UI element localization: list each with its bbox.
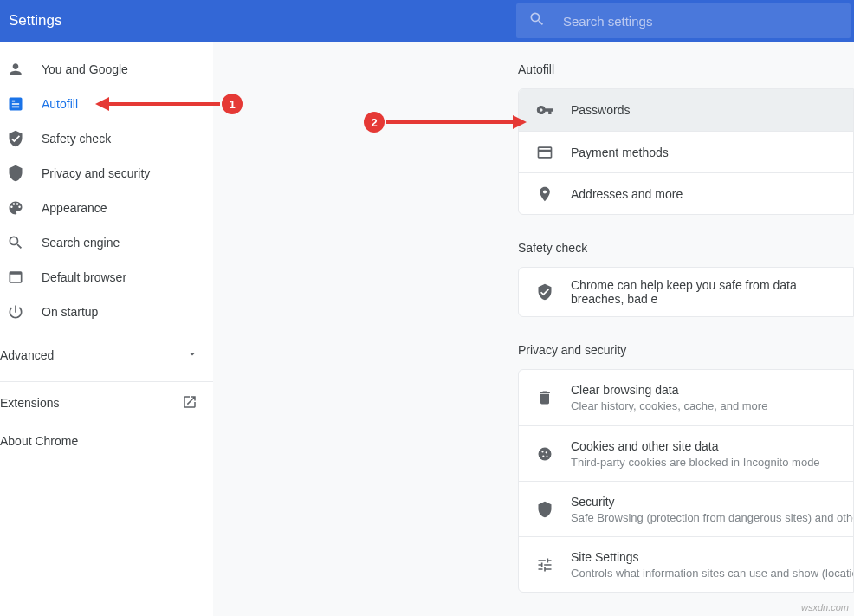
sidebar-item-appearance[interactable]: Appearance (0, 191, 213, 225)
privacy-row-cookies[interactable]: Cookies and other site data Third-party … (519, 425, 853, 481)
sidebar-item-label: Appearance (42, 201, 107, 215)
sidebar-item-you-and-google[interactable]: You and Google (0, 52, 213, 87)
extensions-label: Extensions (0, 396, 59, 410)
svg-point-3 (542, 455, 544, 457)
sidebar-item-autofill[interactable]: Autofill (0, 87, 213, 121)
search-icon (528, 10, 546, 31)
sidebar-item-label: Safety check (42, 132, 111, 146)
autofill-row-payment[interactable]: Payment methods (519, 131, 853, 172)
chevron-down-icon (187, 348, 197, 362)
section-heading-privacy: Privacy and security (518, 343, 854, 357)
row-label: Payment methods (571, 146, 669, 159)
privacy-row-security[interactable]: Security Safe Browsing (protection from … (519, 481, 853, 536)
svg-point-4 (547, 455, 548, 457)
location-icon (536, 185, 553, 203)
search-box[interactable] (516, 3, 851, 38)
watermark: wsxdn.com (801, 602, 849, 613)
sidebar-item-label: On startup (42, 305, 98, 319)
autofill-icon (7, 95, 24, 113)
open-external-icon (182, 394, 197, 412)
safety-row[interactable]: Chrome can help keep you safe from data … (519, 268, 853, 316)
sidebar-item-label: Search engine (42, 236, 120, 250)
sidebar-item-about[interactable]: About Chrome (0, 424, 213, 458)
section-heading-autofill: Autofill (518, 62, 854, 76)
sidebar-item-extensions[interactable]: Extensions (0, 386, 213, 420)
power-icon (7, 303, 24, 321)
person-icon (7, 61, 24, 78)
sidebar-item-default-browser[interactable]: Default browser (0, 260, 213, 295)
sidebar-item-privacy[interactable]: Privacy and security (0, 156, 213, 191)
sidebar-item-advanced[interactable]: Advanced (0, 338, 213, 373)
shield-check-icon (536, 283, 553, 301)
row-subtitle: Controls what information sites can use … (571, 566, 854, 581)
safety-text: Chrome can help keep you safe from data … (571, 278, 853, 306)
row-title: Security (571, 493, 854, 510)
sidebar-item-safety-check[interactable]: Safety check (0, 121, 213, 156)
svg-point-1 (541, 451, 543, 452)
privacy-row-site-settings[interactable]: Site Settings Controls what information … (519, 536, 853, 592)
main-content: Autofill Passwords Payment methods Addre… (213, 42, 854, 616)
autofill-row-passwords[interactable]: Passwords (519, 89, 853, 131)
safety-card: Chrome can help keep you safe from data … (518, 267, 854, 317)
autofill-card: Passwords Payment methods Addresses and … (518, 88, 854, 215)
safety-icon (7, 130, 24, 147)
svg-point-0 (539, 447, 552, 460)
key-icon (536, 101, 553, 119)
sidebar-item-label: Privacy and security (42, 166, 150, 180)
shield-icon (7, 165, 24, 182)
header: Settings (0, 0, 854, 42)
sidebar-item-label: Autofill (42, 97, 78, 111)
sidebar-item-search-engine[interactable]: Search engine (0, 225, 213, 260)
cookie-icon (536, 445, 553, 463)
row-title: Site Settings (571, 548, 854, 566)
palette-icon (7, 199, 24, 217)
row-subtitle: Clear history, cookies, cache, and more (571, 399, 767, 414)
row-label: Passwords (571, 103, 630, 117)
row-title: Cookies and other site data (571, 438, 820, 455)
row-subtitle: Third-party cookies are blocked in Incog… (571, 455, 820, 470)
search-input[interactable] (563, 14, 838, 29)
advanced-label: Advanced (0, 348, 54, 362)
card-icon (536, 144, 553, 161)
privacy-card: Clear browsing data Clear history, cooki… (518, 369, 854, 593)
svg-point-2 (546, 451, 547, 453)
page-title: Settings (0, 12, 516, 29)
tune-icon (536, 556, 553, 574)
autofill-row-addresses[interactable]: Addresses and more (519, 172, 853, 214)
sidebar: You and Google Autofill Safety check Pri… (0, 42, 213, 616)
layout: You and Google Autofill Safety check Pri… (0, 42, 854, 616)
trash-icon (536, 389, 553, 406)
row-label: Addresses and more (571, 187, 683, 201)
row-subtitle: Safe Browsing (protection from dangerous… (571, 510, 854, 526)
browser-icon (7, 269, 24, 286)
sidebar-item-label: You and Google (42, 62, 128, 76)
divider (0, 381, 213, 382)
sidebar-item-label: Default browser (42, 270, 126, 284)
section-heading-safety: Safety check (518, 241, 854, 255)
search-icon (7, 234, 24, 251)
shield-icon (536, 501, 553, 518)
about-label: About Chrome (0, 434, 78, 448)
privacy-row-clear-data[interactable]: Clear browsing data Clear history, cooki… (519, 370, 853, 425)
row-title: Clear browsing data (571, 381, 767, 399)
sidebar-item-on-startup[interactable]: On startup (0, 295, 213, 329)
